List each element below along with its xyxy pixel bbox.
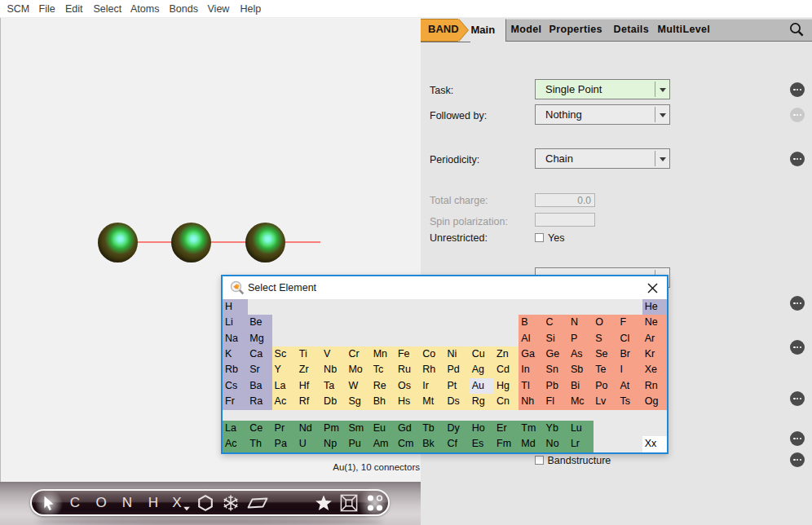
element-cell-Md[interactable]: Md [519,436,544,452]
periodicity-dropdown[interactable]: Chain [535,148,670,169]
element-cell-He[interactable]: He [642,299,667,315]
element-cell-O[interactable]: O [593,315,618,330]
element-cell-Nh[interactable]: Nh [519,394,544,409]
element-cell-Be[interactable]: Be [247,315,272,330]
element-cell-K[interactable]: K [223,346,248,362]
element-cell-H[interactable]: H [223,299,248,315]
element-cell-Gd[interactable]: Gd [395,421,421,436]
followed-by-dropdown[interactable]: Nothing [535,104,670,125]
menu-view[interactable]: View [208,3,230,15]
tool-element-x[interactable]: X [172,495,181,511]
element-cell-Mg[interactable]: Mg [247,331,272,346]
more-options-hidden-2[interactable] [790,340,805,355]
element-cell-La[interactable]: La [272,378,298,394]
element-cell-Fl[interactable]: Fl [544,394,569,409]
element-cell-Li[interactable]: Li [223,315,248,330]
element-cell-Eu[interactable]: Eu [371,421,396,436]
element-cell-Pt[interactable]: Pt [445,378,470,394]
element-cell-Pr[interactable]: Pr [272,421,298,436]
element-cell-Tl[interactable]: Tl [519,378,544,394]
element-cell-Sc[interactable]: Sc [272,346,298,362]
element-cell-At[interactable]: At [617,378,642,394]
tool-carbon[interactable]: C [70,495,80,511]
element-cell-Ag[interactable]: Ag [470,362,495,377]
box-tool-icon[interactable] [340,494,358,512]
element-cell-F[interactable]: F [617,315,642,330]
element-cell-Fr[interactable]: Fr [223,394,248,409]
element-cell-La[interactable]: La [223,421,248,436]
element-cell-Lu[interactable]: Lu [568,421,594,436]
element-cell-Re[interactable]: Re [371,378,396,394]
element-cell-Es[interactable]: Es [470,436,495,452]
element-cell-Bk[interactable]: Bk [420,436,445,452]
dots-tool-icon[interactable] [366,493,384,513]
element-cell-Ho[interactable]: Ho [470,421,495,436]
element-cell-Ge[interactable]: Ge [544,346,569,362]
element-cell-Er[interactable]: Er [494,421,519,436]
element-cell-Ac[interactable]: Ac [272,394,298,409]
element-cell-Cr[interactable]: Cr [346,346,371,362]
element-cell-Ca[interactable]: Ca [247,346,272,362]
element-cell-N[interactable]: N [568,315,594,330]
element-cell-S[interactable]: S [593,331,618,346]
element-cell-Ni[interactable]: Ni [445,346,470,362]
element-cell-Ce[interactable]: Ce [247,421,272,436]
element-cell-Ac[interactable]: Ac [223,436,248,452]
unrestricted-checkbox[interactable] [535,233,544,242]
element-cell-Ar[interactable]: Ar [642,331,667,346]
element-cell-Db[interactable]: Db [321,394,346,409]
element-cell-Co[interactable]: Co [420,346,445,362]
element-cell-Tm[interactable]: Tm [519,421,544,436]
element-cell-Hf[interactable]: Hf [297,378,322,394]
element-cell-Pm[interactable]: Pm [321,421,346,436]
element-cell-Cn[interactable]: Cn [494,394,519,409]
element-cell-C[interactable]: C [544,315,569,330]
element-cell-Ru[interactable]: Ru [395,362,421,377]
element-cell-Xx[interactable]: Xx [642,436,667,452]
tab-details[interactable]: Details [614,24,649,35]
element-cell-Lv[interactable]: Lv [593,394,618,409]
element-cell-Cs[interactable]: Cs [223,378,248,394]
element-cell-Am[interactable]: Am [371,436,396,452]
element-cell-Au[interactable]: Au [470,378,495,394]
element-cell-Rn[interactable]: Rn [642,378,667,394]
element-cell-Lr[interactable]: Lr [568,436,594,452]
more-options-bandstructure[interactable] [790,452,805,467]
menu-scm[interactable]: SCM [7,3,30,15]
element-cell-Na[interactable]: Na [223,331,248,346]
element-cell-Sn[interactable]: Sn [544,362,569,377]
element-cell-Y[interactable]: Y [272,362,298,377]
menu-help[interactable]: Help [241,3,262,15]
element-cell-Br[interactable]: Br [617,346,642,362]
element-cell-Cl[interactable]: Cl [617,331,642,346]
element-cell-Dy[interactable]: Dy [445,421,470,436]
element-cell-Fm[interactable]: Fm [494,436,519,452]
more-options-hidden-1[interactable] [790,296,805,311]
element-cell-Pb[interactable]: Pb [544,378,569,394]
element-cell-W[interactable]: W [346,378,371,394]
menu-atoms[interactable]: Atoms [130,3,159,15]
tab-main[interactable]: Main [471,24,496,36]
tool-hydrogen[interactable]: H [148,495,158,511]
element-cell-Sm[interactable]: Sm [346,421,371,436]
element-cell-Si[interactable]: Si [544,331,569,346]
element-x-caret-icon[interactable] [183,507,190,511]
element-cell-Ir[interactable]: Ir [420,378,445,394]
search-icon[interactable] [788,21,805,39]
element-cell-Sb[interactable]: Sb [568,362,594,377]
element-cell-Mo[interactable]: Mo [346,362,371,377]
element-cell-In[interactable]: In [519,362,544,377]
element-cell-Rh[interactable]: Rh [420,362,445,377]
element-cell-Mt[interactable]: Mt [420,394,445,409]
element-cell-Np[interactable]: Np [321,436,346,452]
element-cell-Se[interactable]: Se [593,346,618,362]
element-cell-Yb[interactable]: Yb [544,421,569,436]
element-cell-Te[interactable]: Te [593,362,618,377]
element-cell-Os[interactable]: Os [395,378,421,394]
element-cell-Ne[interactable]: Ne [642,315,667,330]
element-cell-Xe[interactable]: Xe [642,362,667,377]
element-cell-Sg[interactable]: Sg [346,394,371,409]
element-cell-Rf[interactable]: Rf [297,394,322,409]
element-cell-Og[interactable]: Og [642,394,667,409]
element-cell-Cf[interactable]: Cf [445,436,470,452]
